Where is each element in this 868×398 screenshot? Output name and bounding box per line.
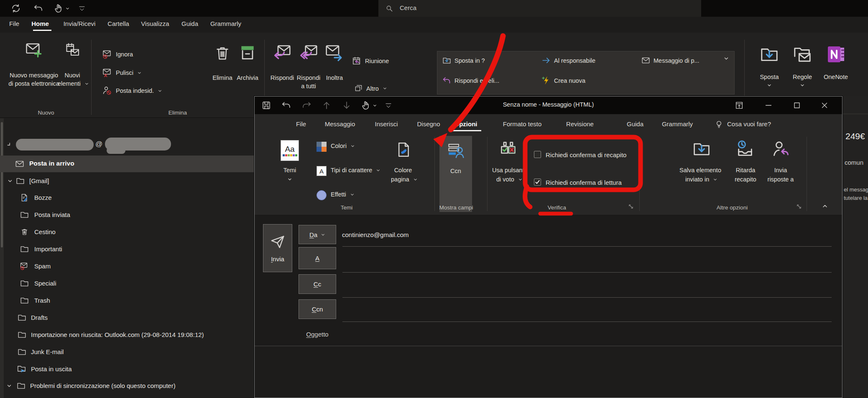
invia-risposte-line2[interactable]: risposte a — [761, 176, 801, 183]
onenote-button[interactable]: OneNote — [820, 74, 852, 80]
quick-step-rispondi-elimina[interactable]: Rispondi ed eli... — [442, 76, 499, 85]
touch-mode-chevron-icon[interactable] — [65, 6, 70, 11]
temi-button[interactable]: Temi — [272, 167, 307, 173]
touch-mode-icon[interactable] — [54, 3, 64, 13]
delay-delivery-icon[interactable] — [735, 138, 755, 159]
regole-button[interactable]: Regole — [786, 74, 818, 80]
ccn-field-button[interactable]: Ccn — [299, 299, 336, 319]
posta-indesiderata-button[interactable]: Posta indesid. — [102, 86, 162, 96]
compose-tab-messaggio[interactable]: Messaggio — [320, 120, 360, 128]
tab-guida[interactable]: Guida — [177, 20, 202, 27]
read-receipt-checkbox[interactable] — [534, 179, 541, 186]
cc-field-button[interactable]: Cc — [299, 274, 336, 294]
save-sent-item-icon[interactable] — [692, 138, 711, 159]
new-mail-button-line2[interactable]: di posta elettronica — [3, 80, 64, 87]
ccn-input-line[interactable] — [342, 321, 832, 322]
salva-elemento-line2[interactable]: inviato in — [685, 176, 717, 183]
archivia-button[interactable]: Archivia — [233, 74, 262, 81]
collapse-ribbon-icon[interactable] — [822, 203, 828, 209]
compose-tab-disegno[interactable]: Disegno — [413, 120, 444, 128]
ignora-button[interactable]: Ignora — [102, 49, 133, 59]
a-field-button[interactable]: A — [299, 247, 336, 269]
cc-input-line[interactable] — [342, 297, 832, 298]
read-receipt-label[interactable]: Richiedi conferma di lettura — [546, 179, 622, 186]
compose-tab-inserisci[interactable]: Inserisci — [370, 120, 403, 128]
sync-issues-chevron-icon[interactable] — [6, 383, 12, 389]
new-mail-icon[interactable] — [24, 41, 43, 59]
colore-pagina-button[interactable]: Colore — [385, 167, 421, 173]
effetti-button[interactable]: Effetti — [331, 191, 355, 198]
ritarda-recapito-button[interactable]: Ritarda — [725, 167, 766, 173]
search-input[interactable]: Cerca — [400, 4, 467, 13]
oggetto-label[interactable]: Oggetto — [299, 331, 336, 338]
colore-pagina-line2[interactable]: pagina — [391, 176, 418, 183]
tab-invia-ricevi[interactable]: Invia/Ricevi — [59, 20, 100, 27]
riunione-button[interactable]: Riunione — [352, 56, 389, 66]
sidebar-item-posta-inviata[interactable]: Posta inviata — [34, 211, 70, 218]
quick-step-messaggio-team[interactable]: Messaggio di p... — [641, 56, 700, 65]
gmail-expand-chevron-icon[interactable] — [7, 178, 13, 184]
direct-replies-icon[interactable] — [771, 138, 790, 159]
altro-button[interactable]: Altro — [355, 84, 387, 92]
colori-button[interactable]: Colori — [331, 143, 355, 149]
new-items-button[interactable]: Nuovi — [56, 72, 89, 79]
page-color-icon[interactable] — [395, 140, 412, 159]
sidebar-item-posta-in-uscita[interactable]: Posta in uscita — [31, 365, 72, 372]
sidebar-item-junk[interactable]: Junk E-mail — [31, 348, 64, 355]
invia-button[interactable]: Invia — [263, 224, 292, 272]
compose-tab-opzioni[interactable]: Opzioni — [448, 120, 484, 128]
sidebar-item-gmail[interactable]: [Gmail] — [29, 177, 49, 184]
sidebar-item-speciali[interactable]: Speciali — [34, 280, 56, 287]
message-body[interactable] — [255, 347, 842, 398]
tab-grammarly[interactable]: Grammarly — [207, 20, 245, 27]
quick-step-crea-nuova[interactable]: Crea nuova — [542, 76, 585, 85]
customize-toolbar-icon[interactable] — [77, 3, 87, 13]
tipi-di-carattere-button[interactable]: Tipi di carattere — [331, 167, 380, 173]
pulisci-button[interactable]: Pulisci — [102, 68, 142, 78]
temi-chevron-icon[interactable] — [287, 177, 292, 182]
move-icon[interactable] — [760, 44, 779, 64]
undo-icon[interactable] — [33, 3, 43, 13]
sidebar-item-cestino[interactable]: Cestino — [34, 228, 56, 235]
salva-elemento-button[interactable]: Salva elemento — [674, 167, 726, 173]
sidebar-item-drafts[interactable]: Drafts — [31, 314, 48, 321]
reply-icon[interactable] — [273, 43, 292, 62]
to-input[interactable] — [342, 246, 832, 247]
sync-icon[interactable] — [11, 3, 21, 13]
compose-tab-formato-testo[interactable]: Formato testo — [493, 120, 551, 128]
compose-tab-revisione[interactable]: Revisione — [560, 120, 600, 128]
da-field-button[interactable]: Da — [299, 225, 336, 244]
quick-step-al-responsabile[interactable]: Al responsabile — [542, 56, 595, 65]
minimize-icon[interactable] — [764, 101, 773, 110]
ritarda-recapito-line2[interactable]: recapito — [725, 176, 766, 183]
new-items-button-line2[interactable]: elementi — [58, 80, 89, 87]
compose-tab-file[interactable]: File — [291, 120, 311, 128]
tab-cartella[interactable]: Cartella — [103, 20, 134, 27]
rules-icon[interactable] — [793, 44, 812, 64]
verifica-dialog-launcher-icon[interactable] — [628, 204, 634, 209]
themes-icon[interactable]: Aa — [281, 140, 299, 161]
gallery-scroll-chevron-icon[interactable] — [723, 56, 729, 61]
reply-all-icon[interactable] — [299, 43, 319, 62]
tell-me-box[interactable]: Cosa vuoi fare? — [727, 120, 781, 128]
tab-visualizza[interactable]: Visualizza — [138, 20, 172, 27]
new-items-icon[interactable] — [64, 43, 80, 58]
sidebar-item-trash[interactable]: Trash — [34, 297, 50, 304]
popout-icon[interactable] — [735, 101, 744, 110]
forward-icon[interactable] — [324, 43, 344, 62]
onenote-icon[interactable] — [826, 44, 846, 64]
maximize-icon[interactable] — [792, 101, 802, 110]
voting-buttons-icon[interactable] — [499, 140, 517, 159]
sposta-chevron-icon[interactable] — [767, 83, 772, 88]
altre-opzioni-dialog-launcher-icon[interactable] — [796, 204, 802, 209]
delete-icon[interactable] — [214, 43, 231, 64]
compose-tab-guida[interactable]: Guida — [623, 120, 648, 128]
sidebar-item-problemi-sincronizzazione[interactable]: Problemi di sincronizzazione (solo quest… — [30, 382, 176, 389]
inoltra-button[interactable]: Inoltra — [318, 74, 351, 81]
delivery-receipt-label[interactable]: Richiedi conferma di recapito — [546, 151, 626, 158]
delivery-receipt-checkbox[interactable] — [534, 151, 541, 158]
close-icon[interactable] — [820, 101, 829, 110]
from-value[interactable]: continienzo@gmail.com — [342, 231, 408, 238]
tab-home[interactable]: Home — [28, 20, 53, 27]
archive-icon[interactable] — [238, 42, 257, 64]
